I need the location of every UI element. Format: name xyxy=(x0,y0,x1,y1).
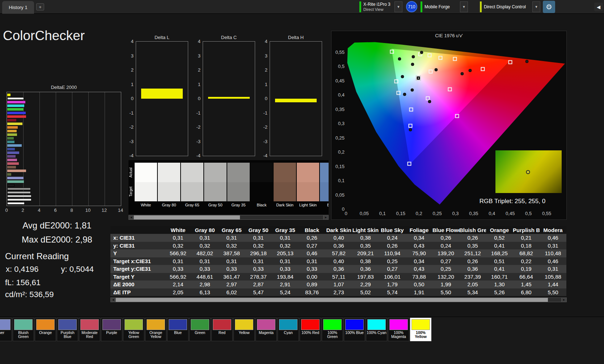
patch-white[interactable]: White xyxy=(135,163,157,208)
max-de2000: Max dE2000: 2,98 xyxy=(0,235,114,245)
patch-label: Gray 65 xyxy=(181,201,203,208)
axis-tick: 6 xyxy=(54,207,56,213)
patch-blue[interactable]: Blue xyxy=(320,163,329,208)
patch-actual-swatch xyxy=(204,163,227,182)
swatch-orange-yellow[interactable]: Orange Yellow xyxy=(145,318,166,341)
measurement-count-badge[interactable]: 710 xyxy=(406,1,417,12)
swatch-bluish-green[interactable]: Bluish Green xyxy=(13,318,34,341)
cie-target-square xyxy=(428,70,432,74)
de-bar xyxy=(7,126,18,129)
cie-measured-circle xyxy=(410,88,414,91)
table-row-y: Y566,92482,02387,58296,18205,130,4657,82… xyxy=(110,249,566,257)
collapse-panel-button[interactable]: ◀ xyxy=(594,3,603,11)
axis-tick: -3 xyxy=(263,139,267,144)
swatch-100-red[interactable]: 100% Red xyxy=(300,318,321,341)
meter-selector[interactable]: X-Rite i1Pro 3 Direct View ▼ xyxy=(359,1,402,12)
de-bar xyxy=(7,112,26,114)
patch-target-swatch xyxy=(297,182,319,201)
swatch-label: 100% Yellow xyxy=(410,331,431,339)
swatch-orange[interactable]: Orange xyxy=(35,318,56,341)
scroll-left-icon[interactable]: ◄ xyxy=(129,215,134,219)
patch-target-swatch xyxy=(181,182,203,201)
axis-tick: 0,55 xyxy=(540,211,554,216)
swatch-purple[interactable]: Purple xyxy=(101,318,122,341)
chevron-down-icon[interactable]: ▼ xyxy=(532,1,540,12)
swatch-wer[interactable]: wer xyxy=(0,318,12,341)
axis-tick: 0,55 xyxy=(332,50,345,55)
scroll-thumb[interactable] xyxy=(134,215,240,219)
axis-tick: 0,25 xyxy=(430,211,444,216)
patch-target-swatch xyxy=(320,182,329,201)
patch-gray-80[interactable]: Gray 80 xyxy=(158,163,180,208)
swatch-label: Purplish Blue xyxy=(57,331,78,339)
de-bar xyxy=(7,94,10,96)
cie-measured-circle xyxy=(525,60,529,63)
settings-button[interactable]: ⚙ xyxy=(543,1,555,13)
table-row-y-cie31: y: CIE310,320,320,320,320,320,270,360,35… xyxy=(110,242,566,250)
scroll-right-icon[interactable]: ► xyxy=(561,298,566,302)
chevron-down-icon[interactable]: ▼ xyxy=(460,1,468,12)
patch-light-skin[interactable]: Light Skin xyxy=(297,163,319,208)
axis-tick: 1 xyxy=(198,82,200,87)
swatch-yellow-green[interactable]: Yellow Green xyxy=(123,318,144,341)
cie-target-square xyxy=(439,56,443,60)
swatch-100-green[interactable]: 100% Green xyxy=(322,318,343,341)
axis-tick: 0,2 xyxy=(332,149,345,155)
swatch-color xyxy=(279,319,297,330)
swatch-100-yellow[interactable]: 100% Yellow xyxy=(410,318,431,341)
axis-tick: 1 xyxy=(265,82,267,87)
swatch-color xyxy=(301,319,320,330)
de-bar xyxy=(7,108,24,111)
scroll-thumb[interactable] xyxy=(116,298,548,302)
swatch-yellow[interactable]: Yellow xyxy=(233,318,255,341)
patch-target-swatch xyxy=(274,182,296,201)
cie-measured-circle xyxy=(420,51,423,54)
pattern-generator-selector[interactable]: Mobile Forge ▼ xyxy=(421,1,468,12)
tab-history-1[interactable]: History 1 xyxy=(2,1,34,14)
axis-tick: -1 xyxy=(263,110,267,116)
patch-gray-65[interactable]: Gray 65 xyxy=(181,163,203,208)
cie-target-square xyxy=(455,114,459,118)
gear-icon: ⚙ xyxy=(546,3,552,11)
swatch-purplish-blue[interactable]: Purplish Blue xyxy=(57,318,78,341)
swatch-100-cyan[interactable]: 100% Cyan xyxy=(366,318,387,341)
swatch-100-blue[interactable]: 100% Blue xyxy=(344,318,365,341)
axis-tick: 0,5 xyxy=(521,211,536,216)
meter-status-bar xyxy=(359,1,361,12)
current-reading-xy: x: 0,4196 y: 0,5044 xyxy=(6,265,94,274)
axis-tick: 4 xyxy=(131,39,134,44)
swatch-label: 100% Red xyxy=(301,331,319,335)
axis-tick: 2 xyxy=(198,67,200,73)
patch-label: Blue xyxy=(320,201,329,208)
bottom-bar: werBluish GreenOrangePurplish BlueModera… xyxy=(0,317,604,364)
patch-strip-scrollbar[interactable]: ◄ ► xyxy=(128,215,329,220)
current-cd: cd/m²: 536,59 xyxy=(5,290,54,299)
swatch-100-magenta[interactable]: 100% Magenta xyxy=(388,318,409,341)
chevron-down-icon[interactable]: ▼ xyxy=(394,1,402,12)
swatch-cyan[interactable]: Cyan xyxy=(278,318,299,341)
swatch-moderate-red[interactable]: Moderate Red xyxy=(79,318,100,341)
swatch-red[interactable]: Red xyxy=(211,318,233,341)
patch-gray-50[interactable]: Gray 50 xyxy=(204,163,227,208)
de-bar xyxy=(7,198,31,201)
cie-target-square xyxy=(397,91,401,95)
patch-dark-skin[interactable]: Dark Skin xyxy=(274,163,296,208)
swatch-magenta[interactable]: Magenta xyxy=(255,318,277,341)
table-scrollbar[interactable]: ◄ ► xyxy=(110,297,567,302)
de-bar xyxy=(7,155,16,158)
de2000-ticks: 02468101214 xyxy=(7,207,121,213)
display-control-selector[interactable]: Direct Display Control ▼ xyxy=(480,1,540,12)
de-bar xyxy=(7,101,25,103)
swatch-blue[interactable]: Blue xyxy=(167,318,189,341)
axis-tick: -1 xyxy=(196,110,200,116)
patch-gray-35[interactable]: Gray 35 xyxy=(227,163,250,208)
de-bar xyxy=(7,137,14,140)
axis-tick: -2 xyxy=(263,124,267,130)
patch-black[interactable]: Black xyxy=(250,163,273,208)
axis-tick: -3 xyxy=(196,139,200,144)
scroll-right-icon[interactable]: ► xyxy=(323,215,328,219)
add-tab-button[interactable]: + xyxy=(36,3,44,10)
scroll-left-icon[interactable]: ◄ xyxy=(111,298,116,302)
axis-tick: -4 xyxy=(196,153,200,158)
swatch-green[interactable]: Green xyxy=(189,318,211,341)
